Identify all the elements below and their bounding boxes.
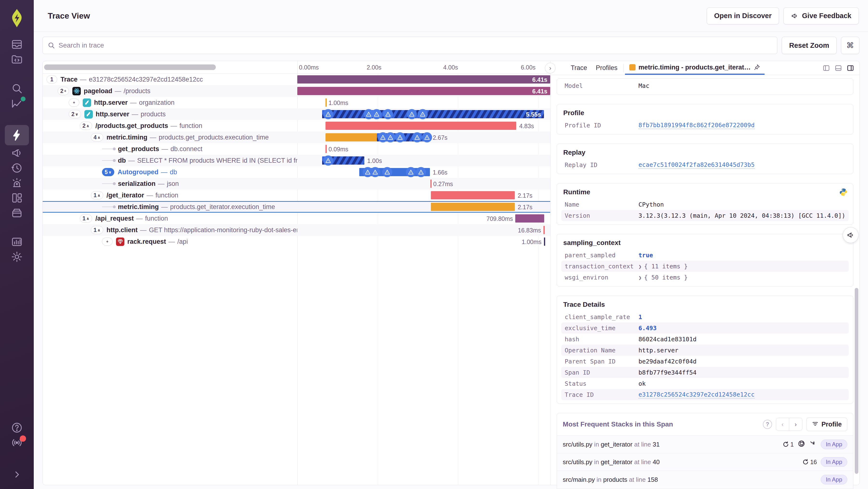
span-row[interactable]: 1∧/get_iterator—function2.17s	[43, 190, 550, 201]
span-row[interactable]: 2∨http.server—products5.55s	[43, 108, 550, 120]
span-chart-cell[interactable]: 2.67s	[297, 132, 550, 143]
span-bar[interactable]	[431, 203, 515, 211]
sidebar-item-help[interactable]	[6, 421, 28, 435]
span-chart-cell[interactable]: 0.09ms	[297, 143, 550, 155]
span-tick[interactable]	[326, 145, 327, 153]
span-bar[interactable]	[431, 191, 515, 199]
span-expand-pill[interactable]: +	[69, 98, 79, 107]
tree-scrollbar[interactable]	[44, 64, 216, 70]
layout-bottom-icon[interactable]	[835, 64, 842, 72]
open-in-discover-button[interactable]: Open in Discover	[707, 7, 779, 24]
prev-page-button[interactable]: ‹	[776, 418, 789, 431]
sidebar-item-stats[interactable]	[6, 235, 28, 249]
span-row[interactable]: 2∧/products.get_products—function4.83s	[43, 120, 550, 132]
span-row[interactable]: get_products—db.connect0.09ms	[43, 143, 550, 155]
span-expand-pill[interactable]: 1∧	[91, 226, 103, 234]
layout-right-icon[interactable]	[846, 64, 854, 72]
span-row[interactable]: 5∨Autogrouped—db1.66s	[43, 166, 550, 178]
sidebar-item-stats-archive[interactable]	[6, 206, 28, 220]
sidebar-item-issues[interactable]	[6, 37, 28, 52]
next-page-button[interactable]: ›	[789, 418, 802, 431]
sidebar-item-performance-active[interactable]	[5, 125, 29, 145]
sidebar-collapse-button[interactable]	[6, 467, 28, 482]
span-expand-pill[interactable]: 2∧	[80, 122, 92, 130]
warning-icon[interactable]	[416, 167, 426, 177]
span-chart-cell[interactable]: 6.41s	[297, 74, 550, 85]
sentry-logo[interactable]	[8, 8, 26, 28]
span-expand-pill[interactable]: 5∨	[102, 168, 114, 176]
sidebar-item-insights[interactable]	[6, 96, 28, 111]
span-row[interactable]: 1Trace—e31278c256524c3297e2cd12458e12cc6…	[43, 74, 550, 85]
span-tick[interactable]	[326, 98, 327, 107]
span-expand-pill[interactable]: 2∨	[69, 110, 81, 118]
drawer-tab[interactable]: Trace	[566, 61, 591, 75]
span-row[interactable]: +rack.request—/api1.00ms	[43, 236, 550, 248]
span-chart-cell[interactable]: 16.83ms	[297, 224, 550, 236]
detail-value[interactable]: e31278c256524c3297e2cd12458e12cc	[639, 391, 755, 399]
warning-icon[interactable]	[422, 132, 432, 142]
span-chart-cell[interactable]: 1.00ms	[297, 236, 550, 248]
span-bar[interactable]	[326, 122, 516, 130]
warning-icon[interactable]	[406, 167, 416, 177]
span-bar[interactable]	[322, 110, 544, 118]
sidebar-item-replays[interactable]	[6, 161, 28, 175]
github-icon[interactable]	[798, 440, 805, 449]
span-expand-pill[interactable]: 2+	[58, 87, 69, 95]
pin-icon[interactable]	[753, 64, 760, 71]
warning-icon[interactable]	[412, 132, 422, 142]
span-expand-pill[interactable]: 1	[46, 75, 57, 84]
span-bar[interactable]	[515, 214, 544, 223]
feedback-fab[interactable]	[843, 227, 859, 243]
warning-icon[interactable]	[323, 109, 333, 119]
sidebar-item-whats-new[interactable]	[6, 435, 28, 450]
span-chart-cell[interactable]: 2.17s	[297, 190, 550, 201]
expand-chevron-icon[interactable]: ❯	[639, 275, 642, 281]
span-bar[interactable]	[297, 75, 550, 84]
span-chart-cell[interactable]: 2.17s	[297, 201, 550, 213]
layout-left-icon[interactable]	[823, 64, 830, 72]
span-chart-cell[interactable]: 4.83s	[297, 120, 550, 132]
stack-frame-row[interactable]: src/main.py in products at line 158 In A…	[557, 471, 853, 488]
span-row[interactable]: metric.timing—products.get_iterator.exec…	[43, 201, 550, 213]
span-tick[interactable]	[544, 237, 545, 246]
sidebar-item-alerts[interactable]	[6, 176, 28, 190]
branch-link-icon[interactable]	[809, 440, 817, 449]
span-chart-cell[interactable]: 0.27ms	[297, 178, 550, 190]
drawer-tab-active[interactable]: metric.timing - products.get_iterat…	[625, 61, 765, 75]
span-expand-pill[interactable]: 1∧	[91, 191, 103, 199]
span-expand-pill[interactable]: 4∧	[91, 133, 103, 141]
drawer-tab[interactable]: Profiles	[591, 61, 622, 75]
span-expand-pill[interactable]: 1∧	[80, 214, 92, 223]
stack-frame-row[interactable]: src/utils.py in get_iterator at line 40 …	[557, 453, 853, 471]
warning-icon[interactable]	[407, 109, 417, 119]
span-row[interactable]: serialization—json0.27ms	[43, 178, 550, 190]
expand-chevron-icon[interactable]: ❯	[639, 264, 642, 269]
reset-zoom-button[interactable]: Reset Zoom	[782, 37, 837, 54]
span-chart-cell[interactable]: 1.00s	[297, 155, 550, 166]
sidebar-item-explore[interactable]	[6, 81, 28, 95]
detail-value[interactable]: 8fb7bb1891994f8c862f206e8722009d	[639, 122, 755, 129]
warning-icon[interactable]	[323, 155, 333, 166]
span-bar[interactable]	[326, 133, 377, 141]
sidebar-item-projects[interactable]	[6, 52, 28, 67]
search-input[interactable]	[42, 37, 777, 54]
profile-button[interactable]: Profile	[806, 418, 847, 431]
give-feedback-button[interactable]: Give Feedback	[783, 7, 859, 24]
warning-icon[interactable]	[383, 109, 393, 119]
span-row[interactable]: 1∧/api_request—function709.80ms	[43, 213, 550, 224]
detail-value[interactable]: ❯{ 50 items }	[639, 274, 688, 281]
help-icon[interactable]: ?	[763, 420, 772, 429]
drawer-scrollbar[interactable]	[855, 288, 858, 474]
sidebar-item-feedback[interactable]	[6, 146, 28, 160]
span-expand-pill[interactable]: +	[102, 237, 113, 246]
detail-value[interactable]: ecae7c51f0024f2fa82e6314045d73b5	[639, 161, 755, 169]
span-tick[interactable]	[430, 179, 432, 188]
span-chart-cell[interactable]: 6.41s	[297, 85, 550, 97]
drawer-collapse-button[interactable]: ›	[545, 63, 556, 74]
detail-value[interactable]: ❯{ 11 items }	[639, 263, 688, 270]
sidebar-item-settings[interactable]	[6, 250, 28, 264]
span-chart-cell[interactable]: 1.66s	[297, 166, 550, 178]
stack-frame-row[interactable]: src/utils.py in get_iterator at line 31 …	[557, 435, 853, 453]
span-bar[interactable]	[297, 87, 550, 95]
shortcut-button[interactable]: ⌘	[841, 37, 859, 54]
